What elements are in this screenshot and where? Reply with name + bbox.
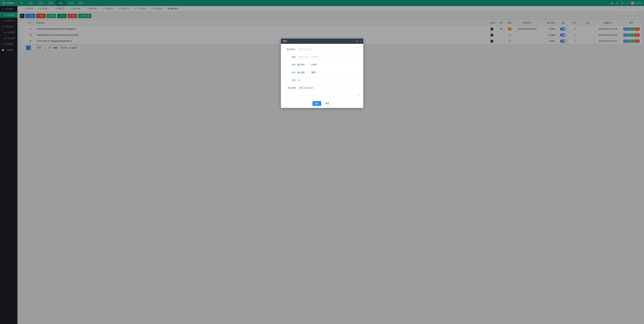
modal-title: 添加: [283, 40, 287, 43]
label-sort: 排序: [285, 78, 298, 83]
label-status: 状态: [285, 70, 298, 75]
addr-input[interactable]: [298, 47, 359, 52]
sort-input[interactable]: [298, 78, 359, 83]
label-type: 类型: [285, 62, 298, 67]
modal-ok-button[interactable]: 确认: [312, 101, 321, 106]
add-modal: 添加 ─ ❐ ✕ 收款地址* 密钥 类型 TRX USDT 状态 启用 禁用: [281, 39, 363, 108]
label-key: 密钥: [285, 54, 298, 60]
modal-reset-button[interactable]: 重置: [322, 101, 332, 106]
label-addr: 收款地址: [286, 48, 294, 50]
modal-min-icon[interactable]: ─: [353, 40, 354, 42]
radio-usdt[interactable]: USDT: [308, 64, 317, 66]
radio-trx[interactable]: TRX: [298, 64, 304, 66]
modal-close-icon[interactable]: ✕: [360, 40, 361, 42]
radio-enable[interactable]: 启用: [298, 71, 304, 74]
label-remark: 备注说明: [285, 85, 298, 90]
radio-disable[interactable]: 禁用: [308, 71, 316, 74]
remark-textarea[interactable]: [298, 85, 359, 96]
key-input[interactable]: [298, 54, 359, 60]
modal-max-icon[interactable]: ❐: [356, 40, 358, 42]
